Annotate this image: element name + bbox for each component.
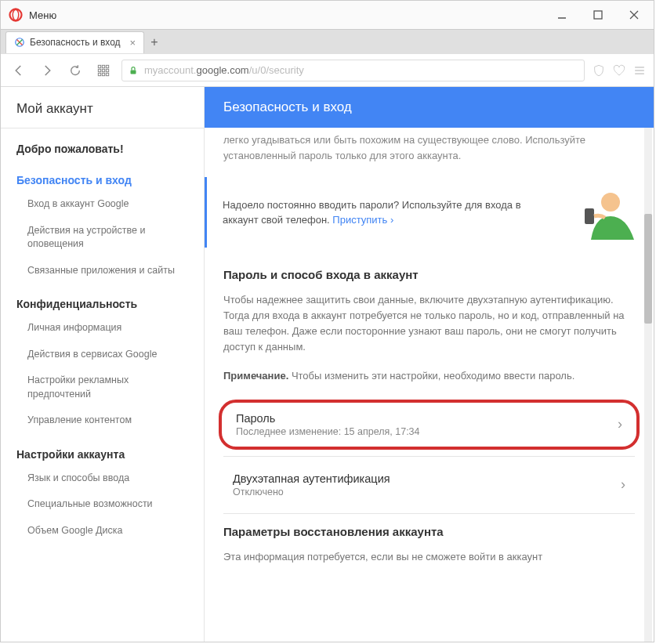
sidebar-item-settings[interactable]: Настройки аккаунта <box>1 434 204 465</box>
sidebar-subitem[interactable]: Специальные возможности <box>1 491 204 518</box>
sidebar-subitem[interactable]: Действия в сервисах Google <box>1 342 204 368</box>
lock-icon <box>129 65 138 76</box>
reload-button[interactable] <box>65 60 85 81</box>
titlebar: Меню <box>1 1 654 29</box>
divider <box>223 456 635 457</box>
twostep-row[interactable]: Двухэтапная аутентификация Отключено › <box>219 463 640 507</box>
sidebar-subitem[interactable]: Управление контентом <box>1 407 204 434</box>
scrollbar[interactable] <box>644 128 652 642</box>
new-tab-button[interactable]: + <box>150 35 158 49</box>
twostep-row-subtitle: Отключено <box>233 487 390 497</box>
forward-button[interactable] <box>37 60 57 81</box>
sidebar-subitem[interactable]: Вход в аккаунт Google <box>1 191 204 218</box>
svg-rect-11 <box>102 69 104 71</box>
navbar: myaccount.google.com/u/0/security <box>1 54 654 87</box>
svg-point-1 <box>13 9 19 20</box>
sidebar: Мой аккаунт Добро пожаловать! Безопаснос… <box>1 87 205 642</box>
svg-rect-10 <box>98 69 100 71</box>
svg-rect-12 <box>106 69 108 71</box>
sidebar-item-security[interactable]: Безопасность и вход <box>1 160 204 191</box>
sidebar-subitem[interactable]: Действия на устройстве и оповещения <box>1 218 204 258</box>
phone-user-illustration <box>567 185 638 240</box>
divider <box>223 513 635 514</box>
svg-rect-8 <box>102 65 104 67</box>
svg-point-20 <box>601 193 620 212</box>
tabbar: Безопасность и вход × + <box>1 29 654 54</box>
tab-title: Безопасность и вход <box>30 37 121 48</box>
svg-rect-21 <box>585 208 594 224</box>
sidebar-subitem[interactable]: Личная информация <box>1 315 204 342</box>
url-text: myaccount.google.com/u/0/security <box>144 64 304 76</box>
speed-dial-button[interactable] <box>93 60 114 81</box>
chevron-right-icon: › <box>621 476 625 493</box>
svg-rect-16 <box>131 70 136 74</box>
password-section-title: Пароль и способ входа в аккаунт <box>205 263 654 289</box>
svg-rect-14 <box>102 73 104 75</box>
password-note: Примечание. Чтобы изменить эти настройки… <box>205 365 654 393</box>
phone-signin-promo: Надоело постоянно вводить пароли? Исполь… <box>205 177 654 248</box>
promo-link[interactable]: Приступить › <box>332 214 393 226</box>
scrollbar-thumb[interactable] <box>644 214 652 324</box>
sidebar-title: Мой аккаунт <box>1 87 204 128</box>
menu-button[interactable]: Меню <box>29 9 56 21</box>
recovery-section-title: Параметры восстановления аккаунта <box>205 520 654 546</box>
sidebar-item-privacy[interactable]: Конфиденциальность <box>1 284 204 315</box>
back-button[interactable] <box>9 60 29 81</box>
chevron-right-icon: › <box>618 416 622 432</box>
svg-rect-15 <box>106 73 108 75</box>
svg-rect-3 <box>594 11 602 19</box>
chevron-right-icon: › <box>390 214 393 226</box>
intro-text: легко угадываться или быть похожим на су… <box>205 128 654 172</box>
window-maximize-button[interactable] <box>580 1 616 29</box>
password-row-subtitle: Последнее изменение: 15 апреля, 17:34 <box>236 426 420 437</box>
twostep-row-title: Двухэтапная аутентификация <box>233 472 390 485</box>
sidebar-subitem[interactable]: Объем Google Диска <box>1 518 204 545</box>
url-bar[interactable]: myaccount.google.com/u/0/security <box>121 60 585 81</box>
recovery-section-text: Эта информация потребуется, если вы не с… <box>205 546 654 574</box>
opera-icon <box>9 8 23 22</box>
tab-close-button[interactable]: × <box>130 37 136 49</box>
svg-rect-9 <box>106 65 108 67</box>
sidebar-subitem[interactable]: Настройки рекламных предпочтений <box>1 367 204 407</box>
sidebar-subitem[interactable]: Язык и способы ввода <box>1 465 204 492</box>
tab-active[interactable]: Безопасность и вход × <box>5 31 144 53</box>
shield-icon[interactable] <box>593 64 605 77</box>
page-title: Безопасность и вход <box>205 87 654 128</box>
heart-icon[interactable] <box>613 64 625 77</box>
window-close-button[interactable] <box>616 1 652 29</box>
password-row[interactable]: Пароль Последнее изменение: 15 апреля, 1… <box>219 400 640 450</box>
main-content: легко угадываться или быть похожим на су… <box>205 128 654 642</box>
menu-icon[interactable] <box>633 65 646 76</box>
sidebar-welcome[interactable]: Добро пожаловать! <box>1 128 204 160</box>
svg-rect-7 <box>98 65 100 67</box>
password-section-text: Чтобы надежнее защитить свои данные, вкл… <box>205 289 654 365</box>
google-favicon <box>14 37 25 48</box>
window-minimize-button[interactable] <box>544 1 580 29</box>
svg-rect-13 <box>98 73 100 75</box>
password-row-title: Пароль <box>236 412 420 425</box>
svg-point-0 <box>10 9 22 21</box>
sidebar-subitem[interactable]: Связанные приложения и сайты <box>1 258 204 284</box>
